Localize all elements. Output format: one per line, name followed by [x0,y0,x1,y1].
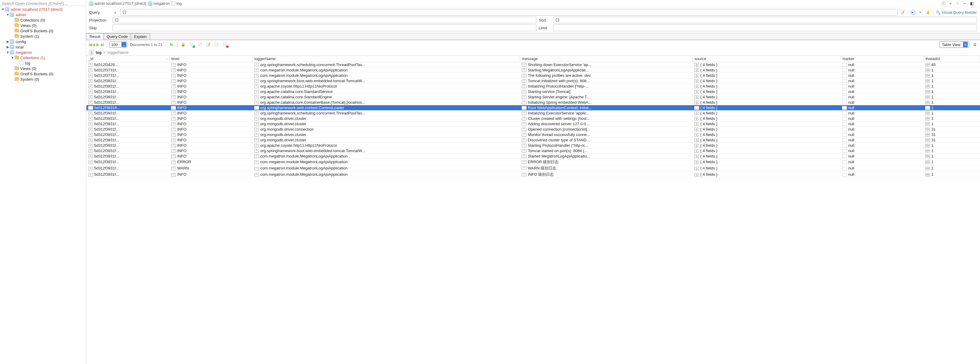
cell-threadid[interactable]: i641 [923,171,980,177]
cell-marker[interactable]: null [840,83,923,89]
cell-threadid[interactable]: i641 [923,116,980,121]
table-row[interactable]: ≡5d312f3931f...""INFO""org.mongodb.drive… [86,116,980,121]
cell-message[interactable]: ""Tomcat initialized with port(s): 808..… [520,78,692,83]
cell-loggername[interactable]: ""org.springframework.scheduling.concurr… [253,62,520,67]
cell-marker[interactable]: null [840,148,923,153]
cell-loggername[interactable]: ""org.springframework.web.context.Contex… [253,105,520,110]
cell-_id[interactable]: ≡5d312f3931f... [86,132,170,137]
expand-arrow-icon[interactable]: ▼ [11,56,14,60]
view-document-icon[interactable] [197,42,203,47]
cell-_id[interactable]: ≡5d312f3931ff... [86,105,170,110]
expand-arrow-icon[interactable]: ▶ [6,40,10,44]
cell-marker[interactable]: null [840,67,923,73]
cell-loggername[interactable]: ""org.mongodb.driver.cluster [253,121,520,127]
skip-input[interactable] [113,24,536,31]
column-header-_id[interactable]: _id⌄ [86,56,170,62]
bookmark-icon[interactable] [955,1,960,6]
cell-level[interactable]: ""INFO [169,78,253,83]
cell-message[interactable]: ""WARN 级别日志 [520,165,692,171]
cell-level[interactable]: ""INFO [169,148,253,153]
cell-level[interactable]: ""INFO [169,62,253,67]
column-header-source[interactable]: source [692,56,840,62]
cell-loggername[interactable]: ""org.springframework.boot.web.embedded.… [253,78,520,83]
cell-_id[interactable]: ≡5d312f3931f... [86,127,170,132]
cell-_id[interactable]: ≡5d312f3931f... [86,165,170,171]
cell-marker[interactable]: null [840,165,923,171]
cell-threadid[interactable]: i641 [923,121,980,127]
cell-source[interactable]: {}{ 4 fields } [692,94,840,100]
cell-level[interactable]: ""INFO [169,121,253,127]
cell-threadid[interactable]: i641 [923,153,980,159]
cell-loggername[interactable]: ""org.apache.catalina.core.StandardEngin… [253,94,520,100]
table-row[interactable]: ≡5d312f3931f...""INFO""org.mongodb.drive… [86,137,980,142]
cell-loggername[interactable]: ""com.megatron.module.MegatronLogApiAppl… [253,73,520,78]
cell-message[interactable]: ""Cluster created with settings {host... [520,116,692,121]
cell-loggername[interactable]: ""org.springframework.boot.web.embedded.… [253,148,520,153]
expand-arrow-icon[interactable]: ▼ [6,51,10,54]
table-row[interactable]: ≡5d312f3931f...""ERROR""com.megatron.mod… [86,159,980,165]
cell-threadid[interactable]: i6431 [923,132,980,137]
column-header-loggername[interactable]: loggerName [253,56,520,62]
table-row[interactable]: ≡5d312f3931f...""INFO""org.mongodb.drive… [86,132,980,137]
cell-marker[interactable]: null [840,121,923,127]
table-row[interactable]: ≡5d312f3931f...""INFO""org.mongodb.drive… [86,121,980,127]
cell-message[interactable]: ""The following profiles are active: dev [520,73,692,78]
cell-message[interactable]: ""Initializing ExecutorService 'applic..… [520,110,692,116]
cell-threadid[interactable]: i641 [923,78,980,83]
cell-level[interactable]: ""INFO [169,94,253,100]
cell-threadid[interactable]: i641 [923,89,980,94]
table-row[interactable]: ≡5d312f3931f...""INFO""org.springframewo… [86,148,980,153]
column-header-level[interactable]: level [169,56,253,62]
cell-_id[interactable]: ≡5d312f3931f... [86,100,170,105]
table-row[interactable]: ≡5d312f3429...""INFO""org.springframewor… [86,62,980,67]
cell-threadid[interactable]: i641 [923,110,980,116]
cell-message[interactable]: ""Opened connection [connectionId{... [520,127,692,132]
cell-message[interactable]: ""INFO 级别日志 [520,171,692,177]
cell-loggername[interactable]: ""org.springframework.scheduling.concurr… [253,110,520,116]
cell-message[interactable]: ""Discovered cluster type of STAND... [520,137,692,142]
visual-query-builder-link[interactable]: Visual Query Builder [936,10,977,15]
path-column[interactable]: loggerName [107,50,129,55]
cell-_id[interactable]: ≡5d312f3831f... [86,83,170,89]
cell-_id[interactable]: ≡5d312f3831f... [86,94,170,100]
settings-icon[interactable] [972,42,978,47]
cell-_id[interactable]: ≡5d312f3931f... [86,171,170,177]
cell-level[interactable]: ""INFO [169,127,253,132]
cell-message[interactable]: ""Monitor thread successfully conne... [520,132,692,137]
cell-marker[interactable]: null [840,127,923,132]
cell-level[interactable]: ""INFO [169,105,253,110]
cell-marker[interactable]: null [840,142,923,148]
cell-message[interactable]: ""Root WebApplicationContext: initial... [520,105,692,110]
cell-message[interactable]: ""Starting Servlet engine: [Apache T... [520,94,692,100]
table-row[interactable]: ≡5d312f3931f...""INFO""org.apache.coyote… [86,142,980,148]
cell-level[interactable]: ""WARN [169,165,253,171]
cell-level[interactable]: ""INFO [169,116,253,121]
cell-loggername[interactable]: ""org.apache.coyote.http11.Http11NioProt… [253,83,520,89]
tree-item-views-0-[interactable]: Views (0) [1,66,85,71]
cell-threadid[interactable]: i641 [923,94,980,100]
cell-threadid[interactable]: i641 [923,67,980,73]
cell-marker[interactable]: null [840,89,923,94]
cell-level[interactable]: ""INFO [169,73,253,78]
cell-source[interactable]: {}{ 4 fields } [692,100,840,105]
lock-icon[interactable] [181,42,186,47]
cell-message[interactable]: ""Starting ProtocolHandler ["http-ni... [520,142,692,148]
cell-message[interactable]: ""ERROR 级别日志 [520,159,692,165]
cell-_id[interactable]: ≡5d312f3831f... [86,78,170,83]
tab-result[interactable]: Result [86,33,104,40]
cell-_id[interactable]: ≡5d312f3731f... [86,73,170,78]
copy-document-icon[interactable] [214,42,220,47]
cell-threadid[interactable]: i641 [923,83,980,89]
cell-source[interactable]: {}{ 4 fields } [692,171,840,177]
intellishell-icon[interactable] [926,9,931,15]
next-page-icon[interactable]: ▶ [96,42,100,47]
tree-item-system-0-[interactable]: System (0) [1,76,85,82]
projection-input[interactable] [113,17,536,23]
first-page-icon[interactable]: |◀ [89,42,91,47]
cell-source[interactable]: {}{ 4 fields } [692,110,840,116]
cell-level[interactable]: ""INFO [169,89,253,94]
table-row[interactable]: ≡5d312f3931ff...""INFO""org.springframew… [86,105,980,110]
edit-document-icon[interactable] [206,42,211,47]
cell-_id[interactable]: ≡5d312f3931f... [86,110,170,116]
cell-level[interactable]: ""INFO [169,110,253,116]
